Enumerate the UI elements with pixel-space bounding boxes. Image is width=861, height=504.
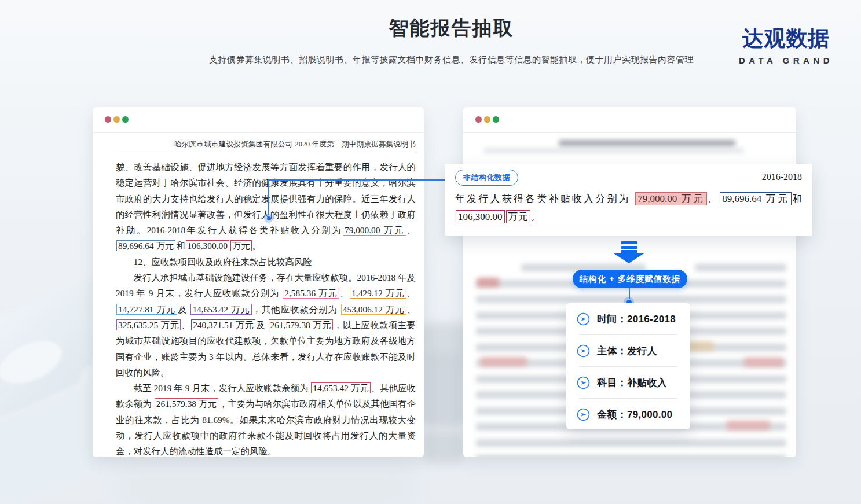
document-paragraph: 截至 2019 年 9 月末，发行人应收账款余额为 14,653.42 万元、其… xyxy=(116,380,416,459)
struct-row-time: 时间：2016-2018 xyxy=(566,303,690,334)
brand-logo: 达观数据 DATA GRAND xyxy=(739,24,833,65)
document-header-rule xyxy=(116,152,416,152)
struct-row-amount: 金额：79,000.00 xyxy=(566,399,690,430)
send-arrow-icon xyxy=(577,408,590,421)
field-value: 补贴收入 xyxy=(627,377,667,388)
structured-data-button[interactable]: 结构化 + 多维度赋值数据 xyxy=(573,270,687,288)
background-blur-shape xyxy=(423,429,464,464)
send-arrow-icon xyxy=(577,312,590,326)
minimize-window-icon xyxy=(484,116,490,123)
extracted-sentence: 年发行人获得各类补贴收入分别为 79,000.00 万元、89,696.64 万… xyxy=(455,190,802,226)
extracted-value: 万元 xyxy=(230,240,252,251)
card-date: 2016-2018 xyxy=(762,172,802,182)
source-document-window: 哈尔滨市城市建设投资集团有限公司 2020 年度第一期中期票据募集说明书 貌、改… xyxy=(93,107,424,457)
unstructured-data-card: 非结构化数据 2016-2018 年发行人获得各类补贴收入分别为 79,000.… xyxy=(445,164,812,236)
send-arrow-icon xyxy=(577,344,590,358)
unstructured-data-badge: 非结构化数据 xyxy=(455,170,518,186)
extracted-value: 79,000.00 万元 xyxy=(343,225,406,236)
brand-logo-en: DATA GRAND xyxy=(739,56,833,65)
connector-line-vertical xyxy=(268,179,269,215)
background-blur-shape xyxy=(421,353,466,428)
window-controls xyxy=(475,116,499,123)
struct-row-subject: 主体：发行人 xyxy=(566,335,690,366)
extracted-value: 261,579.38 万元 xyxy=(269,319,333,330)
document-paragraph: 貌、改善基础设施、促进地方经济发展等方面发挥着重要的作用，发行人的稳定运营对于哈… xyxy=(116,159,416,254)
field-label: 科目： xyxy=(597,377,627,388)
connector-anchor-dot xyxy=(267,216,271,220)
minimize-window-icon xyxy=(113,116,120,123)
window-controls xyxy=(105,116,129,123)
maximize-window-icon xyxy=(493,116,499,123)
structured-data-card: 时间：2016-2018 主体：发行人 科目：补贴收入 金额：79,000.00 xyxy=(566,303,690,429)
struct-row-account: 科目：补贴收入 xyxy=(566,367,690,398)
field-label: 时间： xyxy=(597,314,627,325)
window-titlebar xyxy=(463,107,796,133)
close-window-icon xyxy=(105,116,111,123)
field-label: 主体： xyxy=(597,345,627,356)
extracted-value: 2,585.36 万元 xyxy=(283,288,339,299)
send-arrow-icon xyxy=(577,376,590,389)
page-header: 智能报告抽取 支持债券募集说明书、招股说明书、年报等披露文档中财务信息、发行信息… xyxy=(0,0,861,65)
page: 智能报告抽取 支持债券募集说明书、招股说明书、年报等披露文档中财务信息、发行信息… xyxy=(0,0,861,504)
document-header: 哈尔滨市城市建设投资集团有限公司 2020 年度第一期中期票据募集说明书 xyxy=(116,139,416,149)
transform-arrow-icon xyxy=(614,241,644,263)
document-paragraph: 12、应收款项回收及政府往来款占比较高风险 xyxy=(116,254,416,270)
document-body: 貌、改善基础设施、促进地方经济发展等方面发挥着重要的作用，发行人的稳定运营对于哈… xyxy=(116,159,416,459)
brand-logo-cn: 达观数据 xyxy=(739,24,833,53)
extracted-value: 106,300.00 xyxy=(456,210,505,223)
extracted-value: 14,653.42 万元 xyxy=(311,382,370,393)
field-value: 79,000.00 xyxy=(627,409,672,420)
extracted-value: 79,000.00 万元 xyxy=(635,192,707,205)
page-subtitle: 支持债券募集说明书、招股说明书、年报等披露文档中财务信息、发行信息等信息的智能抽… xyxy=(21,54,861,65)
extracted-value: 325,635.25 万元 xyxy=(116,319,181,330)
page-title: 智能报告抽取 xyxy=(21,15,861,42)
extracted-value: 14,727.81 万元 xyxy=(116,304,177,315)
extracted-value: 14,653.42 万元 xyxy=(190,304,251,315)
extracted-value: 1,429.12 万元 xyxy=(350,288,406,299)
extracted-value: 106,300.00 xyxy=(186,240,229,251)
window-titlebar xyxy=(93,107,424,133)
field-value: 2016-2018 xyxy=(627,314,676,325)
extracted-value: 89,696.64 万元 xyxy=(116,240,175,251)
field-value: 发行人 xyxy=(627,345,657,356)
background-blur-shape xyxy=(116,460,417,504)
extracted-value: 261,579.38 万元 xyxy=(155,398,218,409)
field-label: 金额： xyxy=(597,409,627,420)
background-key-shape xyxy=(0,332,68,392)
extracted-value: 240,371.51 万元 xyxy=(191,319,255,330)
document-paragraph: 发行人承担城市基础设施建设任务，存在大量应收款项。2016-2018 年及 20… xyxy=(116,270,416,380)
extracted-value: 万元 xyxy=(506,210,530,223)
extracted-value: 453,006.12 万元 xyxy=(341,304,406,315)
extracted-value: 89,696.64 万元 xyxy=(720,192,792,205)
document-page: 哈尔滨市城市建设投资集团有限公司 2020 年度第一期中期票据募集说明书 貌、改… xyxy=(93,133,424,459)
connector-line-horizontal xyxy=(268,179,456,181)
maximize-window-icon xyxy=(122,116,129,123)
close-window-icon xyxy=(475,116,482,123)
